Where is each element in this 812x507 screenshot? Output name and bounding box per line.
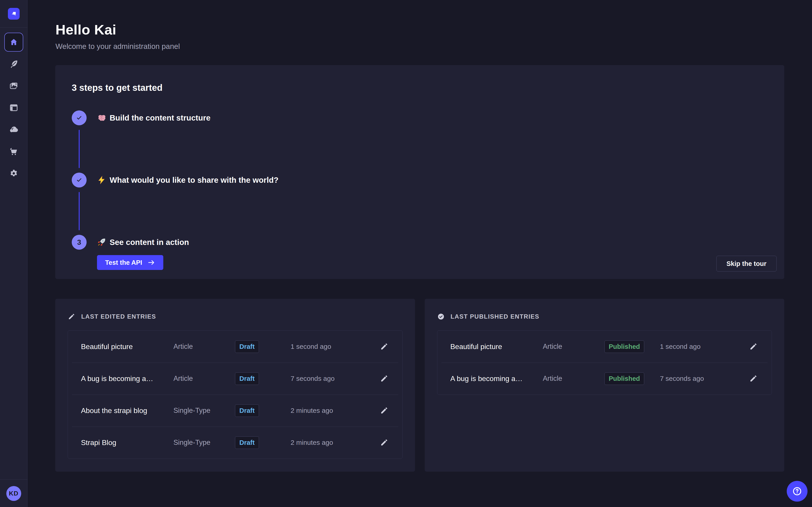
step-label: What would you like to share with the wo…: [97, 175, 278, 184]
cloud-icon: [9, 125, 19, 134]
step-label: See content in action: [97, 238, 189, 247]
status-badge: Draft: [235, 373, 259, 385]
main-content: Hello Kai Welcome to your administration…: [28, 0, 812, 507]
home-icon: [9, 38, 18, 46]
entry-name: Beautiful picture: [450, 342, 543, 351]
entry-time: 2 minutes ago: [291, 407, 379, 414]
status-badge: Published: [605, 373, 645, 385]
table-row[interactable]: Beautiful picture Article Draft 1 second…: [68, 331, 402, 362]
sidebar: KD: [0, 0, 28, 507]
question-circle-icon: [792, 486, 802, 496]
entries-section: LAST EDITED ENTRIES Beautiful picture Ar…: [55, 299, 784, 471]
entry-name: About the strapi blog: [81, 406, 173, 415]
table-row[interactable]: A bug is becoming a… Article Published 7…: [437, 362, 772, 395]
sidebar-item-marketplace[interactable]: [0, 140, 27, 162]
edit-entry-button[interactable]: [379, 406, 389, 415]
step-number-indicator: 3: [72, 235, 87, 250]
entry-type: Article: [173, 342, 235, 351]
edit-entry-button[interactable]: [748, 342, 759, 351]
entry-time: 7 seconds ago: [660, 375, 748, 382]
status-badge: Published: [605, 340, 645, 353]
active-indicator: [4, 33, 23, 52]
pencil-icon: [68, 313, 75, 321]
pencil-icon: [380, 438, 389, 447]
status-badge: Draft: [235, 340, 259, 353]
sidebar-item-deploy[interactable]: [0, 118, 27, 140]
sidebar-item-content-manager[interactable]: [0, 53, 27, 75]
last-published-card: LAST PUBLISHED ENTRIES Beautiful picture…: [425, 299, 784, 471]
last-published-title: LAST PUBLISHED ENTRIES: [451, 313, 540, 320]
lightning-emoji-icon: [97, 175, 106, 184]
logo-section: [0, 0, 27, 27]
brain-emoji-icon: [97, 113, 106, 122]
entry-type: Article: [173, 375, 235, 383]
step-done-indicator: [72, 110, 87, 125]
entry-name: A bug is becoming a…: [81, 375, 173, 383]
feather-icon: [9, 59, 18, 69]
entry-type: Single-Type: [173, 439, 235, 447]
onboarding-card: 3 steps to get started Build the con: [55, 65, 784, 279]
step-connector: [79, 192, 80, 230]
skip-the-tour-button[interactable]: Skip the tour: [716, 256, 776, 272]
step-connector: [79, 130, 80, 168]
cta-label: Test the API: [105, 259, 142, 266]
edit-entry-button[interactable]: [748, 374, 759, 383]
step-text: Build the content structure: [110, 113, 210, 122]
entry-type: Single-Type: [173, 406, 235, 414]
entry-time: 1 second ago: [291, 343, 379, 350]
table-row[interactable]: About the strapi blog Single-Type Draft …: [68, 395, 402, 427]
entry-time: 7 seconds ago: [291, 375, 379, 382]
check-icon: [76, 177, 83, 183]
entry-name: Beautiful picture: [81, 342, 173, 351]
step-text: See content in action: [110, 238, 189, 247]
sidebar-item-settings[interactable]: [0, 162, 27, 184]
arrow-right-icon: [148, 259, 155, 266]
edit-entry-button[interactable]: [379, 342, 389, 351]
last-edited-title: LAST EDITED ENTRIES: [81, 313, 156, 320]
status-badge: Draft: [235, 404, 259, 417]
check-circle-icon: [437, 313, 445, 321]
entry-name: Strapi Blog: [81, 439, 173, 447]
table-row[interactable]: Strapi Blog Single-Type Draft 2 minutes …: [68, 427, 402, 459]
pencil-icon: [380, 374, 389, 383]
pencil-icon: [380, 406, 389, 415]
table-row[interactable]: Beautiful picture Article Published 1 se…: [437, 331, 772, 362]
step-done-indicator: [72, 173, 87, 187]
sidebar-item-media-library[interactable]: [0, 75, 27, 97]
last-edited-table: Beautiful picture Article Draft 1 second…: [68, 330, 403, 459]
sidebar-item-content-type-builder[interactable]: [0, 97, 27, 118]
entry-name: A bug is becoming a…: [450, 375, 543, 383]
steps-list: Build the content structure What: [72, 110, 768, 270]
entry-type: Article: [543, 375, 604, 383]
page-subtitle: Welcome to your administration panel: [55, 42, 812, 51]
entry-time: 2 minutes ago: [291, 439, 379, 446]
rocket-emoji-icon: [97, 238, 106, 247]
help-button[interactable]: [787, 481, 808, 502]
check-icon: [76, 114, 83, 121]
status-badge: Draft: [235, 437, 259, 449]
strapi-logo[interactable]: [8, 8, 19, 19]
last-edited-card: LAST EDITED ENTRIES Beautiful picture Ar…: [55, 299, 415, 471]
test-the-api-button[interactable]: Test the API: [97, 255, 163, 270]
edit-entry-button[interactable]: [379, 438, 389, 447]
edit-entry-button[interactable]: [379, 374, 389, 383]
step-share-with-world: What would you like to share with the wo…: [72, 173, 768, 187]
onboarding-title: 3 steps to get started: [72, 83, 768, 93]
gear-icon: [9, 169, 18, 178]
user-avatar[interactable]: KD: [6, 486, 21, 501]
images-icon: [9, 81, 18, 91]
step-text: What would you like to share with the wo…: [110, 175, 278, 184]
strapi-logo-icon: [10, 10, 17, 17]
sidebar-item-home[interactable]: [0, 31, 27, 53]
pencil-icon: [380, 342, 389, 351]
cta-row: Test the API: [97, 255, 768, 270]
entry-time: 1 second ago: [660, 343, 748, 350]
step-number: 3: [77, 238, 81, 246]
last-published-header: LAST PUBLISHED ENTRIES: [437, 313, 772, 321]
step-label: Build the content structure: [97, 113, 210, 122]
step-see-content-in-action: 3 See content in action: [72, 235, 768, 250]
table-row[interactable]: A bug is becoming a… Article Draft 7 sec…: [68, 362, 402, 395]
last-edited-header: LAST EDITED ENTRIES: [68, 313, 403, 321]
cart-icon: [9, 147, 18, 156]
layout-icon: [9, 103, 18, 112]
